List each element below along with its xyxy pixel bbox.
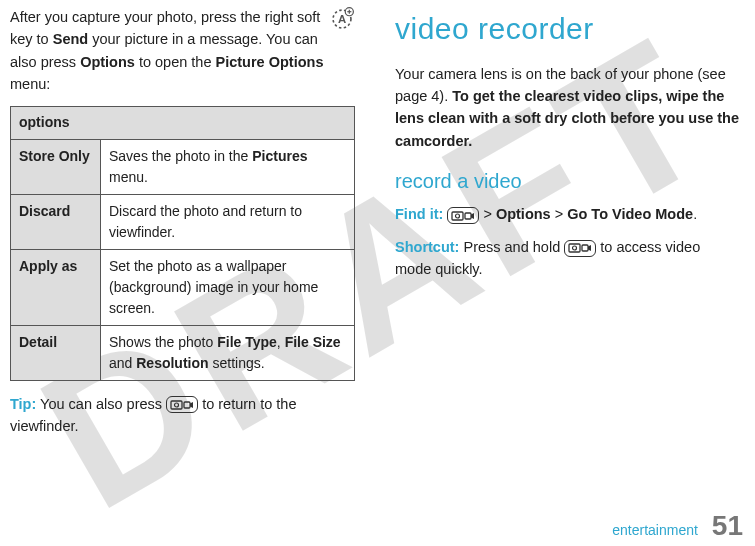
option-name: Discard: [11, 194, 101, 249]
option-desc: Set the photo as a wallpaper (background…: [101, 249, 355, 325]
table-row: Discard Discard the photo and return to …: [11, 194, 355, 249]
file-type-label: File Type: [217, 334, 277, 350]
svg-rect-5: [171, 401, 182, 409]
intro-paragraph: A After you capture your photo, press th…: [10, 6, 355, 96]
resolution-label: Resolution: [136, 355, 208, 371]
option-name: Apply as: [11, 249, 101, 325]
end: .: [693, 206, 697, 222]
shortcut-label: Shortcut:: [395, 239, 459, 255]
shortcut-pre: Press and hold: [459, 239, 564, 255]
tip-label: Tip:: [10, 396, 36, 412]
desc-text: Shows the photo: [109, 334, 217, 350]
desc-text: settings.: [209, 355, 265, 371]
footer-category: entertainment: [612, 522, 698, 538]
sep: >: [479, 206, 496, 222]
page-content: A After you capture your photo, press th…: [0, 0, 755, 520]
camera-key-icon: [564, 240, 596, 257]
options-menu-label: Options: [496, 206, 551, 222]
table-row: Store Only Saves the photo in the Pictur…: [11, 139, 355, 194]
svg-rect-15: [582, 245, 588, 251]
options-label: Options: [80, 54, 135, 70]
plus-a-icon: A: [329, 6, 355, 32]
section-heading: video recorder: [395, 6, 740, 53]
svg-rect-9: [452, 212, 463, 220]
pictures-label: Pictures: [252, 148, 307, 164]
sub-heading: record a video: [395, 166, 740, 197]
camera-key-icon: [447, 207, 479, 224]
option-name: Store Only: [11, 139, 101, 194]
svg-point-6: [175, 403, 179, 407]
file-size-label: File Size: [285, 334, 341, 350]
sep: >: [551, 206, 568, 222]
table-header: options: [11, 106, 355, 139]
desc-text: ,: [277, 334, 285, 350]
svg-rect-11: [465, 213, 471, 219]
svg-rect-13: [569, 244, 580, 252]
camera-key-icon: [166, 396, 198, 413]
option-desc: Saves the photo in the Pictures menu.: [101, 139, 355, 194]
findit-label: Find it:: [395, 206, 443, 222]
svg-point-10: [456, 214, 460, 218]
table-row: Apply as Set the photo as a wallpaper (b…: [11, 249, 355, 325]
desc-text: Saves the photo in the: [109, 148, 252, 164]
shortcut-paragraph: Shortcut: Press and hold to access video…: [395, 236, 740, 281]
tip-paragraph: Tip: You can also press to return to the…: [10, 393, 355, 438]
section-intro: Your camera lens is on the back of your …: [395, 63, 740, 153]
svg-rect-7: [184, 402, 190, 408]
desc-text: and: [109, 355, 136, 371]
intro-text-4: menu:: [10, 76, 50, 92]
tip-text-pre: You can also press: [36, 396, 166, 412]
desc-text: menu.: [109, 169, 148, 185]
table-row: Detail Shows the photo File Type, File S…: [11, 325, 355, 380]
svg-point-14: [573, 246, 577, 250]
option-name: Detail: [11, 325, 101, 380]
findit-line: Find it: > Options > Go To Video Mode.: [395, 203, 740, 225]
right-column: video recorder Your camera lens is on th…: [395, 6, 740, 520]
send-label: Send: [53, 31, 88, 47]
left-column: A After you capture your photo, press th…: [10, 6, 355, 520]
options-table: options Store Only Saves the photo in th…: [10, 106, 355, 381]
option-desc: Shows the photo File Type, File Size and…: [101, 325, 355, 380]
intro-text-3: to open the: [135, 54, 216, 70]
option-desc: Discard the photo and return to viewfind…: [101, 194, 355, 249]
goto-video-label: Go To Video Mode: [567, 206, 693, 222]
svg-text:A: A: [338, 13, 346, 25]
table-header-row: options: [11, 106, 355, 139]
picture-options-label: Picture Options: [216, 54, 324, 70]
